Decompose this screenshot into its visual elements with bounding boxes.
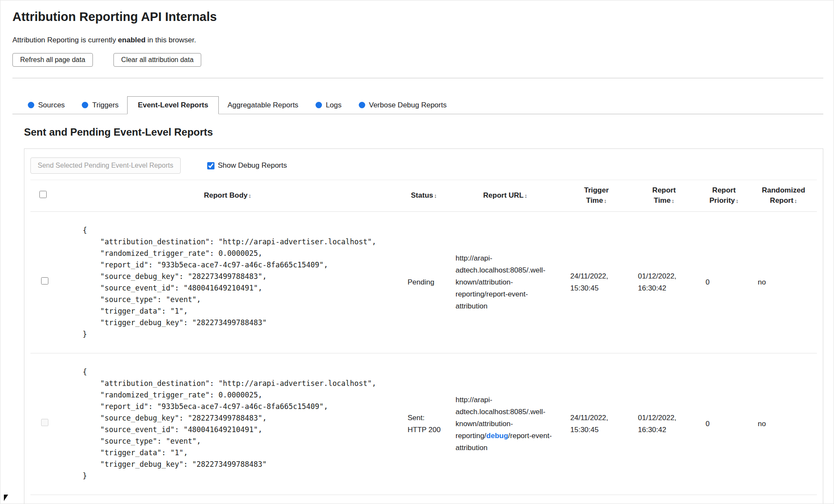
tab-aggregatable-label: Aggregatable Reports (227, 101, 298, 110)
report-url-header-label: Report URL (483, 191, 524, 199)
event-level-reports-panel: Sent and Pending Event-Level Reports Sen… (12, 114, 823, 504)
top-buttons: Refresh all page data Clear all attribut… (12, 53, 823, 67)
sort-icon: ↕ (736, 198, 739, 204)
report-body-json: { "attribution_destination": "http://ara… (63, 357, 396, 491)
status-header-label: Status (411, 191, 433, 199)
trigger-time-cell: 24/11/2022, 15:30:45 (563, 353, 630, 495)
report-body-header[interactable]: Report Body↕ (55, 180, 400, 212)
blue-dot-icon (82, 102, 88, 108)
blue-dot-icon (316, 102, 322, 108)
trigger-time-header[interactable]: Trigger Time↕ (563, 180, 630, 212)
row-select-checkbox[interactable] (41, 277, 48, 285)
report-url-cell: http://arapi-adtech.localhost:8085/.well… (448, 353, 563, 495)
blue-dot-icon (28, 102, 34, 108)
trigger-time-cell: 24/11/2022, 15:30:45 (563, 212, 630, 353)
refresh-all-button[interactable]: Refresh all page data (12, 53, 93, 67)
randomized-report-header[interactable]: Randomized Report↕ (750, 180, 817, 212)
randomized-report-cell: no (750, 212, 817, 353)
url-debug-part: debug (486, 432, 508, 440)
url-prefix: http://arapi-adtech.localhost:8085/.well… (456, 254, 545, 310)
status-enabled-text: enabled (118, 36, 146, 44)
attribution-internals-page: Attribution Reporting API Internals Attr… (0, 0, 834, 504)
report-body-cell: { "attribution_destination": "http://ara… (55, 353, 400, 495)
clear-all-button[interactable]: Clear all attribution data (113, 53, 201, 67)
tab-triggers-label: Triggers (92, 101, 119, 110)
report-priority-cell: 0 (698, 353, 750, 495)
page-title: Attribution Reporting API Internals (12, 10, 823, 24)
status-prefix: Attribution Reporting is currently (12, 36, 118, 44)
row-select-cell (30, 353, 55, 495)
select-all-header (30, 180, 55, 212)
tab-aggregatable-reports[interactable]: Aggregatable Reports (219, 96, 307, 114)
mouse-cursor-icon (4, 495, 8, 501)
status-cell: Sent: HTTP 200 (400, 353, 448, 495)
report-time-header[interactable]: Report Time↕ (630, 180, 698, 212)
tab-logs-label: Logs (326, 101, 342, 110)
tab-verbose-label: Verbose Debug Reports (369, 101, 447, 110)
row-select-cell (30, 212, 55, 353)
status-line: Attribution Reporting is currently enabl… (12, 36, 823, 44)
report-time-cell: 01/12/2022, 16:30:42 (630, 353, 698, 495)
show-debug-toggle[interactable]: Show Debug Reports (207, 161, 287, 170)
report-url-header[interactable]: Report URL↕ (448, 180, 563, 212)
tab-event-level-reports[interactable]: Event-Level Reports (127, 96, 219, 114)
tab-logs[interactable]: Logs (307, 96, 350, 114)
section-heading: Sent and Pending Event-Level Reports (24, 126, 823, 138)
tab-event-level-label: Event-Level Reports (138, 101, 208, 110)
show-debug-checkbox[interactable] (207, 162, 214, 169)
select-all-checkbox[interactable] (39, 191, 47, 198)
sort-icon: ↕ (248, 193, 251, 199)
report-priority-header-label: Report Priority (709, 186, 736, 205)
report-priority-header[interactable]: Report Priority↕ (698, 180, 750, 212)
divider (12, 78, 823, 78)
report-row: { "attribution_destination": "http://ara… (30, 353, 817, 495)
sort-icon: ↕ (434, 193, 437, 199)
empty-cell (30, 495, 817, 504)
row-select-checkbox-disabled (41, 419, 48, 426)
tab-bar: Sources Triggers Event-Level Reports Agg… (12, 96, 823, 114)
report-url-cell: http://arapi-adtech.localhost:8085/.well… (448, 212, 563, 353)
show-debug-label: Show Debug Reports (218, 161, 287, 170)
sort-icon: ↕ (794, 198, 797, 204)
tab-sources-label: Sources (38, 101, 65, 110)
sort-icon: ↕ (671, 198, 674, 204)
tab-verbose-debug-reports[interactable]: Verbose Debug Reports (350, 96, 455, 114)
report-time-cell: 01/12/2022, 16:30:42 (630, 212, 698, 353)
status-header[interactable]: Status↕ (400, 180, 448, 212)
randomized-report-header-label: Randomized Report (762, 186, 805, 205)
tab-triggers[interactable]: Triggers (73, 96, 127, 114)
table-header-row: Report Body↕ Status↕ Report URL↕ Trigger… (30, 180, 817, 212)
blue-dot-icon (359, 102, 365, 108)
randomized-report-cell: no (750, 353, 817, 495)
report-body-json: { "attribution_destination": "http://ara… (63, 215, 396, 350)
report-body-header-label: Report Body (204, 191, 247, 199)
report-body-cell: { "attribution_destination": "http://ara… (55, 212, 400, 353)
event-level-reports-table: Report Body↕ Status↕ Report URL↕ Trigger… (30, 180, 817, 504)
report-row: { "attribution_destination": "http://ara… (30, 212, 817, 353)
report-priority-cell: 0 (698, 212, 750, 353)
empty-table-footer-row (30, 495, 817, 504)
status-suffix: in this browser. (146, 36, 196, 44)
report-controls: Send Selected Pending Event-Level Report… (30, 157, 817, 174)
send-selected-button[interactable]: Send Selected Pending Event-Level Report… (30, 157, 181, 174)
sort-icon: ↕ (524, 193, 527, 199)
reports-panel: Send Selected Pending Event-Level Report… (24, 148, 823, 504)
tab-sources[interactable]: Sources (19, 96, 73, 114)
status-cell: Pending (400, 212, 448, 353)
sort-icon: ↕ (604, 198, 607, 204)
